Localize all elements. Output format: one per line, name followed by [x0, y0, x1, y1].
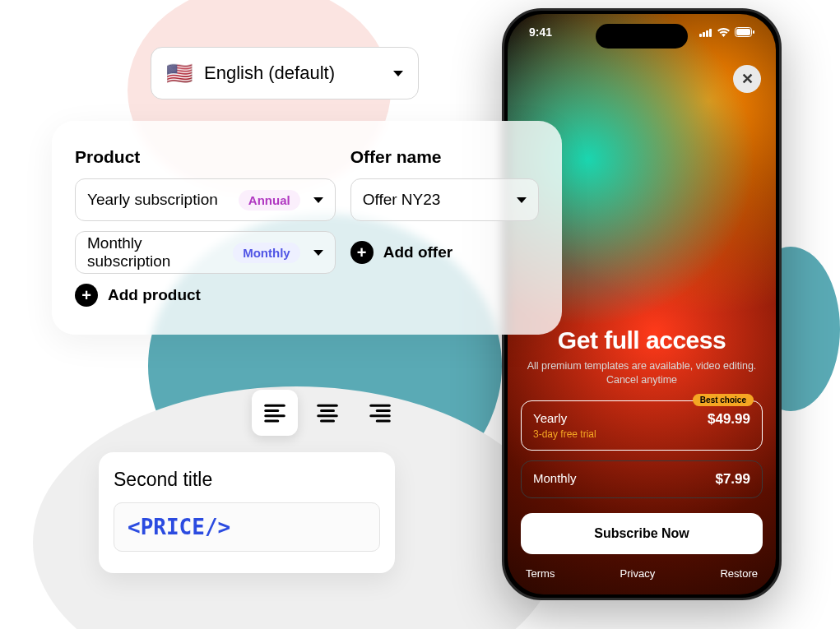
chevron-down-icon — [313, 250, 323, 256]
svg-rect-17 — [736, 29, 750, 35]
plan-monthly[interactable]: Monthly $7.99 — [521, 460, 763, 498]
paywall-links: Terms Privacy Restore — [521, 567, 763, 580]
offer-select[interactable]: Offer NY23 — [350, 178, 539, 221]
plus-icon: + — [75, 284, 98, 307]
status-bar: 9:41 — [508, 25, 776, 39]
add-offer-button[interactable]: + Add offer — [350, 231, 539, 274]
svg-rect-13 — [703, 32, 705, 37]
plan-yearly[interactable]: Best choice Yearly 3-day free trial $49.… — [521, 400, 763, 451]
chevron-down-icon — [313, 197, 323, 203]
close-button[interactable]: ✕ — [733, 65, 761, 93]
chevron-down-icon — [393, 71, 403, 76]
period-badge-annual: Annual — [239, 190, 300, 210]
paywall: Get full access All premium templates ar… — [508, 326, 776, 594]
language-selector[interactable]: 🇺🇸 English (default) — [151, 47, 419, 99]
plan-price: $7.99 — [715, 471, 750, 488]
align-center-button[interactable] — [304, 390, 350, 436]
period-badge-monthly: Monthly — [233, 243, 300, 263]
status-time: 9:41 — [529, 25, 552, 39]
product-select-monthly[interactable]: Monthly subscription Monthly — [75, 231, 336, 274]
privacy-link[interactable]: Privacy — [620, 567, 656, 580]
svg-rect-14 — [706, 30, 708, 37]
battery-icon — [735, 27, 754, 37]
chevron-down-icon — [517, 197, 527, 203]
product-offer-panel: Product Yearly subscription Annual Month… — [52, 121, 562, 335]
add-product-label: Add product — [108, 286, 201, 304]
offer-label: Offer NY23 — [363, 191, 504, 209]
paywall-headline: Get full access — [521, 326, 763, 354]
align-toolbar — [247, 385, 408, 441]
product-label: Monthly subscription — [87, 234, 225, 271]
offer-header: Offer name — [350, 147, 539, 167]
second-title-card: Second title <PRICE/> — [99, 452, 395, 573]
second-title-header: Second title — [114, 469, 380, 491]
align-left-button[interactable] — [252, 390, 298, 436]
align-left-icon — [262, 400, 287, 425]
language-label: English (default) — [204, 62, 335, 84]
subscribe-button[interactable]: Subscribe Now — [521, 513, 763, 554]
svg-rect-18 — [753, 30, 754, 34]
signal-icon — [699, 28, 712, 37]
best-choice-badge: Best choice — [693, 394, 754, 406]
product-header: Product — [75, 147, 336, 167]
align-right-icon — [368, 400, 392, 425]
add-offer-label: Add offer — [383, 243, 452, 261]
align-right-button[interactable] — [357, 390, 403, 436]
terms-link[interactable]: Terms — [526, 567, 555, 580]
plan-name: Yearly — [533, 411, 596, 425]
plan-trial: 3-day free trial — [533, 428, 596, 440]
align-center-icon — [315, 400, 340, 425]
product-label: Yearly subscription — [87, 191, 230, 209]
plan-name: Monthly — [533, 471, 577, 485]
wifi-icon — [717, 28, 730, 37]
close-icon: ✕ — [741, 70, 754, 88]
svg-rect-15 — [709, 29, 712, 37]
add-product-button[interactable]: + Add product — [75, 284, 336, 307]
paywall-subline: All premium templates are available, vid… — [521, 359, 763, 387]
restore-link[interactable]: Restore — [720, 567, 758, 580]
plus-icon: + — [350, 241, 374, 264]
price-tag-input[interactable]: <PRICE/> — [114, 502, 380, 552]
plan-price: $49.99 — [708, 411, 750, 428]
product-select-yearly[interactable]: Yearly subscription Annual — [75, 178, 336, 221]
flag-icon: 🇺🇸 — [166, 61, 193, 86]
svg-rect-12 — [699, 34, 702, 37]
